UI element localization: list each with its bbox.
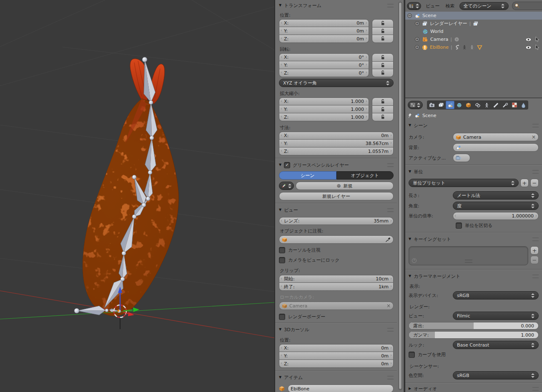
active-clip-field[interactable]: [453, 154, 470, 162]
panel-header-3d-cursor[interactable]: ▼ 3Dカーソル: [279, 326, 394, 333]
outliner-item-render-layers[interactable]: + レンダーレイヤー |: [405, 20, 542, 27]
dimension-y-field[interactable]: Y:38.567cm: [279, 140, 394, 147]
render-layers-icon[interactable]: [473, 21, 479, 27]
lens-field[interactable]: レンズ:35mm: [279, 217, 394, 225]
panel-grip-icon[interactable]: [532, 124, 539, 127]
add-keying-set-button[interactable]: +: [530, 246, 539, 255]
view-transform-dropdown[interactable]: Filmic: [453, 312, 539, 320]
expand-plus-icon[interactable]: +: [415, 37, 419, 42]
rotation-x-field[interactable]: X:0°: [279, 53, 369, 61]
tab-texture[interactable]: [510, 101, 519, 109]
visibility-eye-icon[interactable]: [525, 45, 532, 50]
panel-header-color-management[interactable]: ▼ カラーマネージメント: [409, 272, 539, 280]
clip-start-field[interactable]: 開始:10cm: [279, 275, 394, 283]
local-camera-field[interactable]: Camera ×: [279, 302, 394, 310]
relationship-triangle-icon[interactable]: [477, 45, 482, 50]
tab-constraints[interactable]: [473, 101, 482, 109]
modifier-hook-icon[interactable]: [454, 45, 459, 50]
editor-type-dropdown[interactable]: [408, 101, 423, 109]
camera-data-icon[interactable]: [454, 37, 459, 42]
gpencil-new-layer-button[interactable]: 新規レイヤー: [279, 192, 394, 200]
outliner-search-input[interactable]: [512, 2, 542, 10]
panel-grip-icon[interactable]: [532, 387, 539, 391]
clip-end-field[interactable]: 終了:1km: [279, 283, 394, 291]
scale-y-field[interactable]: Y:1.000: [279, 105, 369, 113]
scale-z-field[interactable]: Z:1.000: [279, 113, 369, 121]
panel-grip-icon[interactable]: [532, 275, 539, 278]
lock-scale-x-button[interactable]: [372, 97, 394, 106]
tab-object[interactable]: [464, 101, 473, 109]
outliner-item-scene[interactable]: − Scene: [405, 12, 542, 20]
cursor-x-field[interactable]: X:0m: [279, 344, 394, 352]
pin-icon[interactable]: [407, 113, 412, 118]
clear-icon[interactable]: ×: [386, 303, 391, 308]
tab-physics[interactable]: [519, 101, 528, 109]
remove-preset-button[interactable]: −: [530, 179, 539, 187]
pose-icon[interactable]: [469, 45, 474, 50]
expand-plus-icon[interactable]: +: [415, 45, 419, 50]
outliner-display-mode-dropdown[interactable]: [407, 2, 421, 10]
location-y-field[interactable]: Y:0m: [279, 27, 369, 35]
tab-bone[interactable]: [492, 101, 500, 109]
collapse-minus-icon[interactable]: −: [407, 13, 412, 18]
tab-render[interactable]: [427, 101, 436, 109]
outliner-scope-dropdown[interactable]: 全てのシーン: [459, 2, 509, 10]
gpencil-brush-dropdown[interactable]: [279, 182, 294, 190]
location-z-field[interactable]: Z:0m: [279, 35, 369, 43]
unit-scale-field[interactable]: 1.000000: [453, 212, 539, 220]
gpencil-new-button[interactable]: ⊕ 新規: [296, 182, 394, 190]
length-dropdown[interactable]: メートル法: [453, 191, 539, 200]
panel-grip-icon[interactable]: [532, 170, 539, 174]
rotation-mode-dropdown[interactable]: XYZ オイラー角: [279, 79, 394, 87]
tab-world[interactable]: [455, 101, 464, 109]
outliner-search-menu[interactable]: 検索: [444, 3, 456, 9]
background-scene-field[interactable]: [453, 143, 539, 152]
armature-data-icon[interactable]: [462, 45, 467, 50]
item-name-field[interactable]: EbiBone: [288, 385, 394, 392]
remove-keying-set-button[interactable]: −: [530, 256, 539, 264]
dimension-z-field[interactable]: Z:1.0557m: [279, 147, 394, 155]
panel-header-view[interactable]: ▼ ビュー: [279, 206, 394, 214]
outliner-item-ebibone[interactable]: + EbiBone |: [405, 43, 542, 51]
outliner-item-camera[interactable]: + Camera |: [405, 35, 542, 43]
panel-grip-icon[interactable]: [387, 208, 394, 212]
gpencil-tab-object[interactable]: オブジェクト: [336, 171, 394, 180]
display-device-dropdown[interactable]: sRGB: [453, 291, 539, 300]
panel-header-keying-sets[interactable]: ▼ キーイングセット: [409, 235, 539, 243]
panel-grip-icon[interactable]: [387, 376, 394, 380]
tab-render-layers[interactable]: [437, 101, 445, 109]
lock-rotation-y-button[interactable]: [372, 62, 394, 70]
lock-cursor-checkbox[interactable]: [279, 247, 285, 253]
dimension-x-field[interactable]: X:0m: [279, 132, 394, 140]
rotation-y-field[interactable]: Y:0°: [279, 61, 369, 69]
scrollbar-thumb[interactable]: [399, 2, 402, 390]
gpencil-tab-scene[interactable]: シーン: [279, 171, 336, 180]
rotation-z-field[interactable]: Z:0°: [279, 69, 369, 77]
outliner-view-menu[interactable]: ビュー: [424, 3, 441, 9]
visibility-eye-icon[interactable]: [525, 37, 532, 42]
selectable-pointer-icon[interactable]: [535, 37, 539, 42]
clear-icon[interactable]: ×: [532, 135, 536, 140]
panel-header-scene[interactable]: ▼ シーン: [409, 122, 539, 129]
lock-location-y-button[interactable]: [372, 27, 394, 35]
filter-dot-icon[interactable]: •: [412, 258, 417, 263]
panel-grip-icon[interactable]: [387, 328, 394, 332]
3d-viewport[interactable]: [0, 0, 275, 392]
angle-dropdown[interactable]: 度: [453, 202, 539, 210]
use-curves-checkbox[interactable]: [409, 352, 415, 358]
add-preset-button[interactable]: +: [520, 179, 529, 187]
scene-camera-field[interactable]: Camera ×: [453, 133, 539, 141]
tab-bone-constraints[interactable]: [501, 101, 509, 109]
gamma-slider[interactable]: ガンマ:1.000: [409, 331, 539, 339]
unit-preset-dropdown[interactable]: 単位プリセット: [409, 179, 519, 187]
resize-grip-icon[interactable]: [465, 260, 472, 263]
keying-sets-list[interactable]: •: [409, 246, 528, 265]
lock-location-x-button[interactable]: [372, 19, 394, 27]
grease-pencil-checkbox[interactable]: ✓: [284, 162, 290, 168]
lock-location-z-button[interactable]: [372, 35, 394, 43]
tab-data-armature[interactable]: [482, 101, 491, 109]
scale-x-field[interactable]: X:1.000: [279, 97, 369, 105]
look-dropdown[interactable]: Base Contrast: [453, 341, 539, 349]
expand-plus-icon[interactable]: +: [415, 21, 419, 26]
render-border-checkbox[interactable]: [279, 314, 285, 320]
